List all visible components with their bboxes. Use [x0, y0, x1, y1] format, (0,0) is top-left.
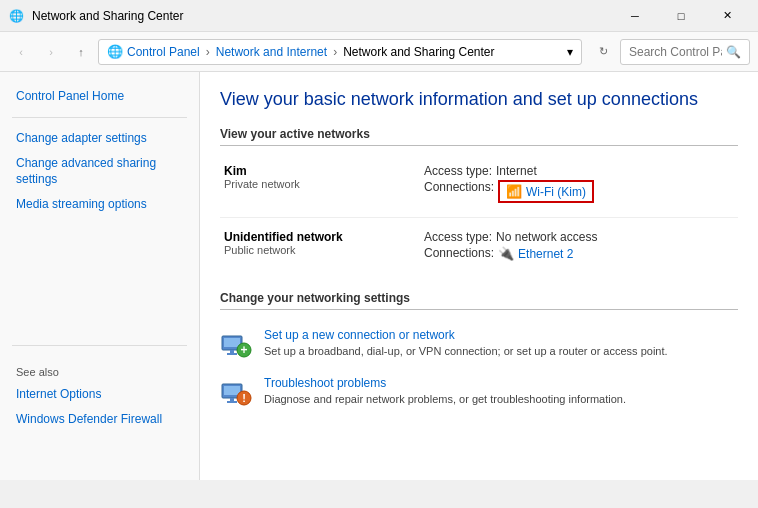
settings-section: + Set up a new connection or network Set… [220, 320, 738, 416]
search-icon: 🔍 [726, 45, 741, 59]
network1-connections-label: Connections: [424, 180, 494, 203]
search-box: 🔍 [620, 39, 750, 65]
svg-rect-2 [230, 350, 234, 353]
new-connection-link[interactable]: Set up a new connection or network [264, 328, 738, 342]
minimize-button[interactable]: ─ [612, 0, 658, 32]
path-control-panel[interactable]: Control Panel [127, 45, 200, 59]
path-sep-2: › [333, 45, 337, 59]
maximize-button[interactable]: □ [658, 0, 704, 32]
wifi-connection-badge[interactable]: 📶 Wi-Fi (Kim) [498, 180, 594, 203]
network2-access-value: No network access [496, 230, 597, 244]
network2-access-type-row: Access type: No network access [424, 230, 734, 244]
sidebar-divider-1 [12, 117, 187, 118]
network2-info: Access type: No network access Connectio… [420, 222, 738, 271]
sidebar-item-windows-firewall[interactable]: Windows Defender Firewall [0, 407, 199, 432]
address-bar: ‹ › ↑ 🌐 Control Panel › Network and Inte… [0, 32, 758, 72]
forward-button[interactable]: › [38, 39, 64, 65]
sidebar-item-change-adapter[interactable]: Change adapter settings [0, 126, 199, 151]
svg-rect-7 [224, 386, 240, 395]
network1-access-value: Internet [496, 164, 537, 178]
network1-connections-row: Connections: 📶 Wi-Fi (Kim) [424, 180, 734, 203]
svg-text:!: ! [242, 392, 246, 404]
networks-table: Kim Private network Access type: Interne… [220, 156, 738, 271]
active-networks-header: View your active networks [220, 127, 738, 146]
content-area: View your basic network information and … [200, 72, 758, 480]
path-network-internet[interactable]: Network and Internet [216, 45, 327, 59]
network2-type: Public network [224, 244, 404, 256]
list-item: + Set up a new connection or network Set… [220, 320, 738, 368]
troubleshoot-text: Troubleshoot problems Diagnose and repai… [264, 376, 738, 407]
title-bar-left: 🌐 Network and Sharing Center [8, 8, 183, 24]
page-title: View your basic network information and … [220, 88, 738, 111]
svg-rect-8 [230, 398, 234, 401]
sidebar-item-internet-options[interactable]: Internet Options [0, 382, 199, 407]
svg-rect-3 [227, 353, 237, 355]
troubleshoot-icon: ! [220, 376, 252, 408]
network2-name: Unidentified network [224, 230, 404, 244]
sidebar-divider-2 [12, 345, 187, 346]
ethernet-icon: 🔌 [498, 246, 514, 261]
svg-text:+: + [240, 343, 247, 357]
network2-access-label: Access type: [424, 230, 492, 244]
ethernet-connection: 🔌 Ethernet 2 [498, 246, 573, 261]
refresh-button[interactable]: ↻ [590, 39, 616, 65]
address-path: 🌐 Control Panel › Network and Internet ›… [98, 39, 582, 65]
see-also-label: See also [0, 354, 199, 382]
close-button[interactable]: ✕ [704, 0, 750, 32]
list-item: ! Troubleshoot problems Diagnose and rep… [220, 368, 738, 416]
new-connection-icon: + [220, 328, 252, 360]
table-row: Unidentified network Public network Acce… [220, 222, 738, 271]
window-controls: ─ □ ✕ [612, 0, 750, 32]
search-input[interactable] [629, 45, 722, 59]
network-table-divider [220, 213, 738, 222]
troubleshoot-desc: Diagnose and repair network problems, or… [264, 393, 626, 405]
window-icon: 🌐 [8, 8, 24, 24]
network1-name: Kim [224, 164, 404, 178]
sidebar-item-control-panel-home[interactable]: Control Panel Home [0, 84, 199, 109]
up-button[interactable]: ↑ [68, 39, 94, 65]
network1-access-label: Access type: [424, 164, 492, 178]
svg-rect-9 [227, 401, 237, 403]
sidebar: Control Panel Home Change adapter settin… [0, 72, 200, 480]
path-current: Network and Sharing Center [343, 45, 494, 59]
table-row: Kim Private network Access type: Interne… [220, 156, 738, 213]
wifi-link-text[interactable]: Wi-Fi (Kim) [526, 185, 586, 199]
network2-connections-label: Connections: [424, 246, 494, 261]
path-sep-1: › [206, 45, 210, 59]
sidebar-item-change-advanced[interactable]: Change advanced sharing settings [0, 151, 199, 193]
new-connection-text: Set up a new connection or network Set u… [264, 328, 738, 359]
new-connection-desc: Set up a broadband, dial-up, or VPN conn… [264, 345, 668, 357]
troubleshoot-link[interactable]: Troubleshoot problems [264, 376, 738, 390]
main-layout: Control Panel Home Change adapter settin… [0, 72, 758, 480]
window-title: Network and Sharing Center [32, 9, 183, 23]
networking-settings-header: Change your networking settings [220, 291, 738, 310]
network1-info: Access type: Internet Connections: 📶 Wi-… [420, 156, 738, 213]
title-bar: 🌐 Network and Sharing Center ─ □ ✕ [0, 0, 758, 32]
path-icon: 🌐 [107, 44, 123, 59]
network1-type: Private network [224, 178, 404, 190]
svg-rect-1 [224, 338, 240, 347]
back-button[interactable]: ‹ [8, 39, 34, 65]
network2-connections-row: Connections: 🔌 Ethernet 2 [424, 246, 734, 261]
network1-access-type-row: Access type: Internet [424, 164, 734, 178]
wifi-icon: 📶 [506, 184, 522, 199]
sidebar-item-media-streaming[interactable]: Media streaming options [0, 192, 199, 217]
ethernet-link[interactable]: Ethernet 2 [518, 247, 573, 261]
